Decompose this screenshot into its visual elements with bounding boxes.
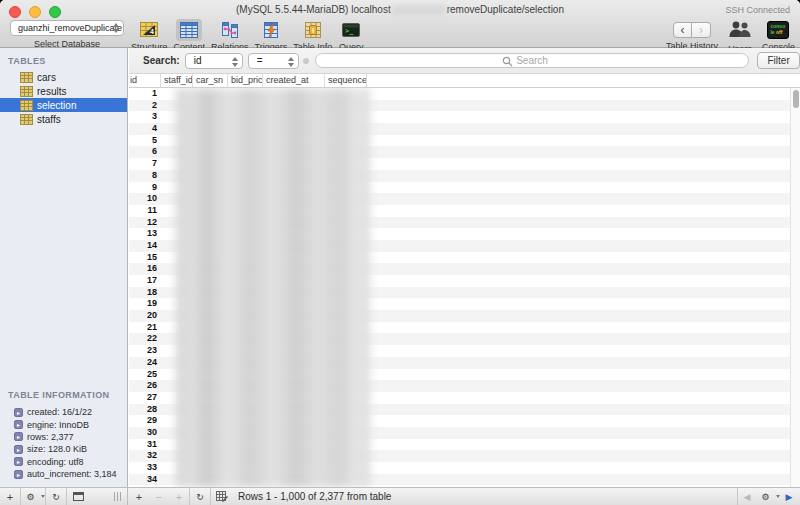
sidebar-item-cars[interactable]: cars [0,70,127,84]
database-select-value: guanzhi_removeDuplicate [18,23,122,33]
row-id-cell[interactable]: 34 [129,474,161,486]
table-icon [20,114,33,125]
disclosure-icon: ▸ [14,408,23,417]
content-icon [179,20,199,40]
column-header-car-sn[interactable]: car_sn [193,74,228,87]
database-selector-group: guanzhi_removeDuplicate Select Database [10,20,124,49]
table-information-header: TABLE INFORMATION [8,390,127,400]
window-chrome: (MySQL 5.5.44-MariaDB) localhostremoveDu… [0,0,800,48]
disclosure-icon: ▸ [14,470,23,479]
popup-stepper-icon [288,57,294,67]
next-page-button[interactable]: ▶ [780,492,798,502]
sidebar-item-selection[interactable]: selection [0,98,127,112]
row-id-cell[interactable]: 20 [129,310,161,322]
history-forward-button[interactable]: › [692,22,711,38]
row-id-cell[interactable]: 18 [129,287,161,299]
sidebar-bottom-bar: + ⚙ ↻ [0,488,128,505]
row-id-cell[interactable]: 23 [129,345,161,357]
window-title-prefix: (MySQL 5.5.44-MariaDB) localhost [236,4,391,15]
table-icon [20,72,33,83]
row-id-cell[interactable]: 10 [129,193,161,205]
previous-page-button[interactable]: ◀ [738,492,756,502]
info-item-rows: ▸rows: 2,377 [0,431,127,443]
splitter-grip[interactable] [114,492,121,501]
pagination-actions-button[interactable]: ⚙ [756,489,780,505]
tables-section-header: TABLES [8,56,127,66]
users-icon [728,20,752,41]
refresh-rows-button[interactable]: ↻ [190,489,210,505]
table-name-label: staffs [37,114,61,125]
vertical-scrollbar[interactable] [790,88,800,487]
table-name-label: results [37,86,66,97]
popup-stepper-icon [232,57,238,67]
column-header-sequence[interactable]: sequence [325,74,367,87]
refresh-tables-button[interactable]: ↻ [46,489,66,505]
history-back-button[interactable]: ‹ [673,22,692,38]
duplicate-row-button[interactable]: + [169,489,189,505]
column-header-created-at[interactable]: created_at [263,74,325,87]
window-title: (MySQL 5.5.44-MariaDB) localhostremoveDu… [0,4,800,15]
row-id-cell[interactable]: 9 [129,182,161,194]
query-icon: >_ [341,20,361,40]
column-header-bid-price[interactable]: bid_price [228,74,263,87]
row-id-cell[interactable]: 16 [129,263,161,275]
row-id-cell[interactable]: 4 [129,123,161,135]
add-row-button[interactable]: + [129,489,149,505]
row-id-cell[interactable]: 28 [129,404,161,416]
row-id-cell[interactable]: 26 [129,380,161,392]
main-area: TABLES cars results selection staffs TAB… [0,48,800,487]
row-id-cell[interactable]: 1 [129,88,161,100]
sidebar-item-results[interactable]: results [0,84,127,98]
search-field-dropdown[interactable]: id [185,53,243,69]
row-id-cell[interactable]: 33 [129,462,161,474]
row-id-cell[interactable]: 11 [129,205,161,217]
row-id-cell[interactable]: 13 [129,228,161,240]
column-header-id[interactable]: id [129,74,161,87]
edit-grid-icon[interactable] [216,491,228,502]
structure-icon: 4 [139,20,159,40]
row-id-cell[interactable]: 29 [129,415,161,427]
row-id-cell[interactable]: 21 [129,322,161,334]
row-id-cell[interactable]: 2 [129,100,161,112]
row-id-cell[interactable]: 22 [129,333,161,345]
table-actions-button[interactable]: ⚙ [21,489,45,505]
row-id-cell[interactable]: 3 [129,111,161,123]
row-id-cell[interactable]: 24 [129,357,161,369]
row-id-cell[interactable]: 12 [129,217,161,229]
row-id-cell[interactable]: 14 [129,240,161,252]
row-id-cell[interactable]: 25 [129,369,161,381]
search-input[interactable]: Search [315,53,749,68]
table-name-label: cars [37,72,56,83]
row-id-cell[interactable]: 8 [129,170,161,182]
search-operator-dropdown[interactable]: = [248,53,299,69]
row-id-cell[interactable]: 19 [129,298,161,310]
filter-indicator-dot [303,58,309,64]
row-id-cell[interactable]: 31 [129,439,161,451]
sidebar-item-staffs[interactable]: staffs [0,112,127,126]
add-table-button[interactable]: + [0,489,20,505]
row-id-cell[interactable]: 6 [129,146,161,158]
scrollbar-thumb[interactable] [793,90,799,108]
column-header-filler [367,74,800,87]
info-item-encoding: ▸encoding: utf8 [0,456,127,468]
redacted-data-region [176,88,370,487]
search-field-value: id [194,55,202,66]
row-id-cell[interactable]: 15 [129,252,161,264]
row-id-cell[interactable]: 5 [129,135,161,147]
column-header-staff-id[interactable]: staff_id [161,74,193,87]
popup-stepper-icon [113,23,119,33]
delete-row-button[interactable]: − [149,489,169,505]
table-column-headers: id staff_id car_sn bid_price created_at … [129,74,800,88]
grid-body: 1234567891011121314151617181920212223242… [129,88,800,487]
pagination-controls: ◀ ⚙ ▶ [737,488,798,505]
row-id-cell[interactable]: 30 [129,427,161,439]
filter-button[interactable]: Filter [757,52,800,69]
row-id-cell[interactable]: 17 [129,275,161,287]
row-id-cell[interactable]: 32 [129,450,161,462]
search-operator-value: = [257,55,263,66]
toggle-console-panel-icon[interactable] [73,492,84,501]
database-select-dropdown[interactable]: guanzhi_removeDuplicate [10,20,124,36]
row-id-cell[interactable]: 7 [129,158,161,170]
console-icon: conso le off [767,21,789,39]
row-id-cell[interactable]: 27 [129,392,161,404]
